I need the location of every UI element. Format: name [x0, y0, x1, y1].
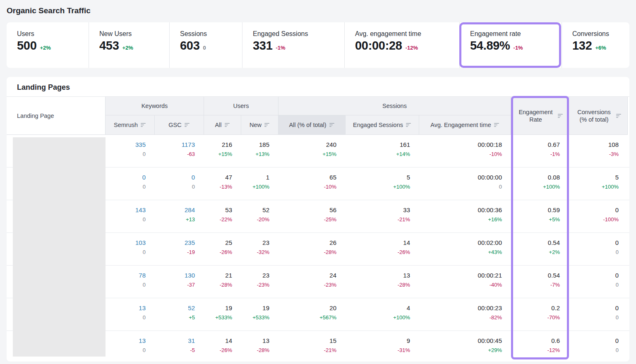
cell-change: -31%	[346, 347, 410, 354]
column-header-conversions[interactable]: Conversions (% of total)	[569, 97, 628, 135]
cell-change: +16%	[419, 216, 502, 223]
cell-change: -26%	[346, 249, 410, 256]
metric-value: 453	[99, 39, 119, 53]
column-header-engaged-sessions[interactable]: Engaged Sessions	[346, 115, 419, 135]
keyword-count-link[interactable]: 0	[155, 173, 195, 182]
keyword-count-link[interactable]: 130	[155, 271, 195, 280]
column-label: Conversions (% of total)	[575, 108, 613, 123]
cell-gsc: 284+13	[155, 200, 204, 232]
page-title: Organic Search Traffic	[7, 0, 629, 22]
cell-change: -28%	[278, 249, 336, 256]
keyword-count-link[interactable]: 13	[106, 304, 146, 313]
cell-value: 108	[569, 140, 619, 149]
cell-change: 0	[569, 281, 619, 289]
cell-change: -63	[155, 151, 195, 158]
keyword-count-link[interactable]: 13	[106, 336, 146, 345]
column-header-gsc[interactable]: GSC	[155, 115, 204, 135]
cell-value: 56	[278, 206, 336, 215]
cell-change: -70%	[511, 314, 560, 321]
cell-value: 26	[278, 238, 336, 247]
cell-change: -100%	[569, 216, 619, 223]
sort-icon	[494, 123, 499, 127]
cell-value: 0.54	[511, 238, 560, 247]
cell-change: -7%	[511, 281, 560, 289]
cell-conversions: 108-3%	[569, 135, 628, 167]
cell-value: 14	[346, 238, 410, 247]
keyword-count-link[interactable]: 284	[155, 206, 195, 215]
keyword-count-link[interactable]: 235	[155, 238, 195, 247]
cell-value: 240	[278, 140, 336, 149]
column-label: New	[250, 121, 262, 129]
cell-semrush: 130	[106, 331, 155, 362]
cell-semrush: 3350	[106, 135, 155, 167]
cell-change: -3%	[569, 151, 619, 158]
keyword-count-link[interactable]: 143	[106, 206, 146, 215]
metric-users: Users 500 +2%	[7, 22, 89, 68]
column-header-users-all[interactable]: All	[204, 115, 241, 135]
cell-value: 0.59	[511, 206, 560, 215]
table-header: Landing Page Keywords Users Sessions Eng…	[7, 96, 629, 135]
cell-gsc: 00	[155, 168, 204, 200]
column-header-avg-engagement-time[interactable]: Avg. Engagement time	[419, 115, 511, 135]
metrics-summary: Users 500 +2% New Users 453 +2% Sessions…	[7, 22, 629, 68]
keyword-count-link[interactable]: 78	[106, 271, 146, 280]
cell-value: 52	[241, 206, 269, 215]
cell-value: 0	[569, 206, 619, 215]
cell-value: 0	[569, 238, 619, 247]
keyword-count-link[interactable]: 103	[106, 238, 146, 247]
metric-value: 132	[572, 39, 592, 53]
cell-users-new: 23-23%	[241, 266, 278, 298]
cell-change: 0	[155, 183, 195, 191]
cell-change: -20%	[241, 216, 269, 223]
cell-engaged-sessions: 161+14%	[346, 135, 419, 167]
cell-change: +100%	[346, 314, 410, 321]
cell-value: 19	[204, 304, 232, 313]
cell-engagement-rate: 0.67-1%	[511, 135, 569, 167]
cell-value: 0.54	[511, 271, 560, 280]
keyword-count-link[interactable]: 52	[155, 304, 195, 313]
keyword-count-link[interactable]: 335	[106, 140, 146, 149]
column-header-users-new[interactable]: New	[241, 115, 278, 135]
column-header-engagement-rate[interactable]: Engagement Rate	[511, 97, 569, 135]
cell-change: +43%	[419, 249, 502, 256]
cell-value: 00:00:21	[419, 271, 502, 280]
cell-value: 25	[204, 238, 232, 247]
cell-change: +15%	[204, 151, 232, 158]
cell-value: 19	[241, 304, 269, 313]
keyword-count-link[interactable]: 31	[155, 336, 195, 345]
cell-avg-engagement-time: 00:00:36+16%	[419, 200, 511, 232]
metric-change: +6%	[595, 45, 606, 51]
cell-value: 24	[278, 271, 336, 280]
keyword-count-link[interactable]: 1173	[155, 140, 195, 149]
cell-conversions: 00	[569, 298, 628, 330]
cell-value: 00:00:45	[419, 336, 502, 345]
cell-users-new: 23-32%	[241, 233, 278, 265]
cell-value: 9	[346, 336, 410, 345]
cell-value: 185	[241, 140, 269, 149]
cell-change: 0	[569, 249, 619, 256]
cell-change: -26%	[204, 347, 232, 354]
cell-change: 0	[106, 249, 146, 256]
cell-change: -32%	[241, 249, 269, 256]
sort-icon	[406, 123, 411, 127]
cell-users-new: 13-28%	[241, 331, 278, 362]
column-header-sessions-all[interactable]: All (% of total)	[278, 115, 346, 135]
keyword-count-link[interactable]: 0	[106, 173, 146, 182]
cell-users-all: 25-26%	[204, 233, 241, 265]
cell-engagement-rate: 0.54+2%	[511, 233, 569, 265]
cell-change: -28%	[204, 281, 232, 289]
cell-sessions-all: 240+15%	[278, 135, 346, 167]
cell-change: -21%	[346, 216, 410, 223]
cell-users-all: 19+533%	[204, 298, 241, 330]
metric-label: New Users	[99, 30, 169, 38]
cell-change: -12%	[511, 347, 560, 354]
cell-change: -5	[155, 347, 195, 354]
landing-pages-section: Landing Pages Landing Page Keywords User…	[7, 77, 629, 362]
column-header-semrush[interactable]: Semrush	[106, 115, 155, 135]
cell-gsc: 235-19	[155, 233, 204, 265]
cell-value: 0.6	[511, 336, 560, 345]
column-label: All	[215, 121, 221, 129]
metric-label: Sessions	[180, 30, 242, 38]
cell-change: 0	[106, 347, 146, 354]
cell-change: -23%	[241, 281, 269, 289]
